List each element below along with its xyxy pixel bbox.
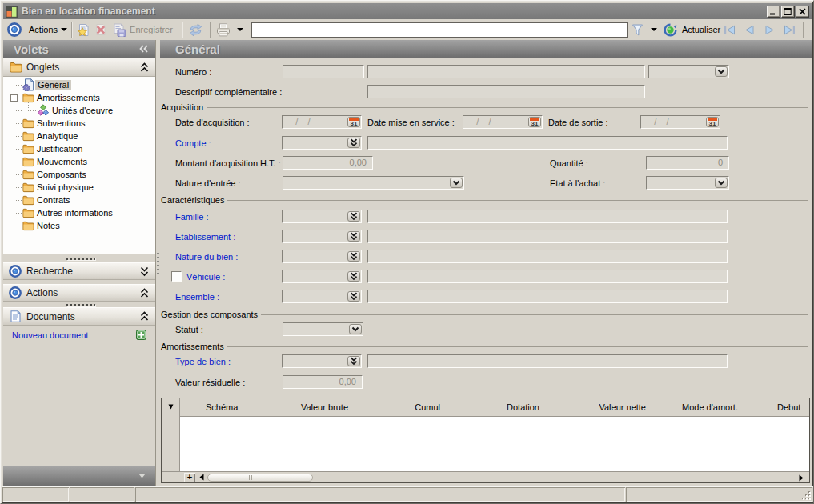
quantite-input[interactable]: 0: [646, 156, 729, 170]
actions-panel-header[interactable]: Actions: [3, 284, 155, 302]
column-header-schema[interactable]: Schéma: [206, 402, 238, 412]
date-mise-en-service-input[interactable]: __/__/____ 31: [463, 115, 543, 129]
combo-dropdown-button[interactable]: [450, 178, 463, 188]
scroll-down-icon[interactable]: [138, 473, 146, 479]
nature-bien-designation-input[interactable]: [367, 250, 728, 263]
tree-item-notes[interactable]: Notes: [22, 219, 62, 232]
calendar-button[interactable]: 31: [347, 117, 360, 127]
resize-grip[interactable]: [802, 491, 812, 501]
add-document-icon[interactable]: [136, 330, 146, 340]
filter-icon[interactable]: [631, 23, 644, 37]
montant-input[interactable]: 0,00: [283, 156, 373, 170]
column-header-debut[interactable]: Debut: [777, 402, 800, 412]
save-icon[interactable]: [112, 23, 126, 37]
famille-lookup[interactable]: [282, 210, 362, 223]
close-button[interactable]: [796, 6, 808, 17]
actions-dropdown-arrow-icon[interactable]: [61, 28, 67, 31]
tree-item-subventions[interactable]: Subventions: [22, 117, 88, 130]
lookup-button[interactable]: [347, 291, 360, 302]
etablissement-designation-input[interactable]: [367, 230, 728, 243]
tree-item-general[interactable]: Général: [22, 78, 71, 91]
vehicule-label[interactable]: Véhicule :: [186, 272, 225, 282]
combo-dropdown-button[interactable]: [715, 66, 728, 77]
nature-bien-label[interactable]: Nature du bien :: [175, 252, 238, 262]
numero-combo[interactable]: [648, 65, 729, 78]
compte-designation-input[interactable]: [367, 136, 728, 150]
save-button[interactable]: Enregistrer: [130, 25, 173, 34]
tree-item-unites-oeuvre[interactable]: Unités d'oeuvre: [37, 104, 115, 117]
vehicule-checkbox[interactable]: [171, 271, 182, 282]
scroll-left-icon[interactable]: [198, 474, 205, 481]
numero-designation-input[interactable]: [367, 65, 645, 78]
compte-label[interactable]: Compte :: [175, 138, 211, 148]
column-header-dotation[interactable]: Dotation: [507, 402, 539, 412]
tree-item-composants[interactable]: Composants: [22, 168, 89, 181]
descriptif-input[interactable]: [367, 85, 645, 98]
collapse-panel-icon[interactable]: [140, 288, 149, 298]
etablissement-lookup[interactable]: [282, 230, 362, 243]
collapse-panel-icon[interactable]: [140, 311, 149, 322]
column-header-valeur-nette[interactable]: Valeur nette: [599, 402, 646, 412]
filter-dropdown-arrow-icon[interactable]: [651, 28, 657, 31]
type-bien-lookup[interactable]: [282, 354, 362, 368]
compte-lookup[interactable]: [282, 136, 362, 150]
valeur-residuelle-input[interactable]: 0,00: [283, 375, 363, 389]
ensemble-designation-input[interactable]: [367, 290, 728, 303]
famille-label[interactable]: Famille :: [175, 212, 209, 222]
type-bien-designation-input[interactable]: [367, 354, 728, 368]
tree-item-autres-informations[interactable]: Autres informations: [22, 206, 115, 219]
vehicule-designation-input[interactable]: [367, 270, 728, 283]
etablissement-label[interactable]: Etablissement :: [175, 232, 235, 242]
refresh-icon[interactable]: [188, 23, 203, 37]
actions-menu-button[interactable]: Actions: [29, 25, 58, 34]
ensemble-lookup[interactable]: [282, 290, 362, 303]
documents-panel-header[interactable]: Documents: [3, 307, 155, 326]
tree-item-suivi-physique[interactable]: Suivi physique: [22, 181, 96, 194]
statut-combo[interactable]: [283, 322, 363, 336]
print-dropdown-arrow-icon[interactable]: [237, 28, 243, 31]
nav-previous-icon[interactable]: [744, 24, 756, 36]
scrollbar-thumb[interactable]: [207, 474, 313, 482]
tree-collapse-toggle[interactable]: [10, 94, 18, 102]
print-icon[interactable]: [215, 23, 231, 37]
nature-entree-combo[interactable]: [283, 176, 464, 190]
minimize-button[interactable]: [767, 6, 780, 17]
lookup-button[interactable]: [347, 356, 360, 366]
nav-next-icon[interactable]: [764, 24, 776, 36]
combo-dropdown-button[interactable]: [349, 324, 362, 334]
lookup-button[interactable]: [347, 138, 360, 148]
search-input[interactable]: [251, 22, 628, 38]
nav-last-icon[interactable]: [784, 24, 796, 36]
numero-input[interactable]: [283, 65, 364, 78]
collapse-panel-icon[interactable]: [140, 62, 149, 73]
tree-item-analytique[interactable]: Analytique: [22, 130, 80, 142]
column-header-mode-amort[interactable]: Mode d'amort.: [682, 402, 738, 412]
add-row-button[interactable]: +: [184, 473, 195, 482]
column-header-valeur-brute[interactable]: Valeur brute: [301, 402, 348, 412]
lookup-button[interactable]: [347, 211, 360, 222]
tree-item-amortissements[interactable]: Amortissements: [22, 91, 102, 104]
tree-item-contrats[interactable]: Contrats: [22, 194, 73, 206]
combo-dropdown-button[interactable]: [715, 178, 728, 188]
collapse-sidebar-icon[interactable]: [138, 44, 149, 54]
onglets-panel-header[interactable]: Onglets: [3, 58, 155, 77]
calendar-button[interactable]: 31: [528, 117, 541, 127]
date-sortie-input[interactable]: __/__/____ 31: [640, 115, 720, 129]
type-bien-label[interactable]: Type de bien :: [175, 357, 231, 366]
date-acquisition-input[interactable]: __/__/____ 31: [282, 115, 362, 129]
etat-achat-combo[interactable]: [646, 176, 729, 190]
scroll-right-icon[interactable]: [798, 474, 804, 482]
panel-resize-handle[interactable]: [66, 304, 95, 306]
lookup-button[interactable]: [347, 271, 360, 282]
tree-item-justification[interactable]: Justification: [22, 142, 85, 155]
lookup-button[interactable]: [347, 231, 360, 242]
tree-item-mouvements[interactable]: Mouvements: [22, 155, 90, 168]
nouveau-document-link[interactable]: Nouveau document: [12, 330, 88, 340]
calendar-button[interactable]: 31: [706, 117, 719, 127]
grid-body[interactable]: [181, 417, 809, 471]
famille-designation-input[interactable]: [367, 210, 728, 223]
delete-icon[interactable]: [94, 23, 107, 36]
panel-resize-handle[interactable]: [66, 258, 95, 260]
splitter-handle[interactable]: [157, 253, 159, 277]
vehicule-lookup[interactable]: [282, 270, 362, 283]
